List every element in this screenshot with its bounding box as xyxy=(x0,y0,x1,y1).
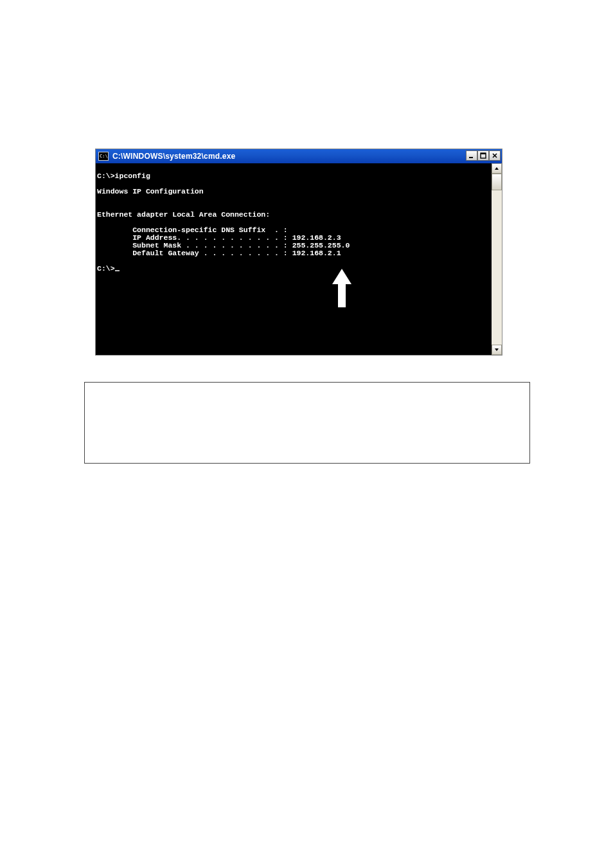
svg-marker-6 xyxy=(495,348,499,351)
cmd-app-icon-text: C:\ xyxy=(100,154,108,159)
chevron-up-icon xyxy=(494,166,499,171)
close-icon xyxy=(492,152,498,159)
window-controls xyxy=(466,150,501,161)
scroll-down-button[interactable] xyxy=(492,345,502,355)
scroll-track[interactable] xyxy=(492,174,502,345)
svg-marker-5 xyxy=(495,167,499,170)
chevron-down-icon xyxy=(494,347,499,352)
close-button[interactable] xyxy=(489,150,501,161)
cmd-window: C:\ C:\WINDOWS\system32\cmd.exe C:\>ipco… xyxy=(95,149,502,356)
console-output[interactable]: C:\>ipconfig Windows IP Configuration Et… xyxy=(96,163,492,355)
console-prompt: C:\> xyxy=(97,264,115,273)
cursor-icon xyxy=(115,270,120,271)
document-page: C:\ C:\WINDOWS\system32\cmd.exe C:\>ipco… xyxy=(0,0,613,868)
maximize-button[interactable] xyxy=(477,150,489,161)
minimize-button[interactable] xyxy=(466,150,477,161)
cmd-app-icon: C:\ xyxy=(98,152,109,161)
maximize-icon xyxy=(480,152,486,159)
svg-rect-2 xyxy=(481,153,486,154)
client-area: C:\>ipconfig Windows IP Configuration Et… xyxy=(96,163,502,355)
console-line: C:\>ipconfig xyxy=(97,172,150,180)
scroll-up-button[interactable] xyxy=(492,163,502,174)
console-line: Windows IP Configuration xyxy=(97,187,204,195)
titlebar[interactable]: C:\ C:\WINDOWS\system32\cmd.exe xyxy=(96,149,502,163)
console-line: Ethernet adapter Local Area Connection: xyxy=(97,210,270,219)
svg-rect-0 xyxy=(469,157,473,158)
window-title: C:\WINDOWS\system32\cmd.exe xyxy=(112,152,235,161)
note-box xyxy=(84,382,530,464)
scroll-thumb[interactable] xyxy=(492,174,502,190)
vertical-scrollbar[interactable] xyxy=(492,163,502,355)
minimize-icon xyxy=(468,152,475,159)
console-line: Default Gateway . . . . . . . . . : 192.… xyxy=(97,249,341,257)
